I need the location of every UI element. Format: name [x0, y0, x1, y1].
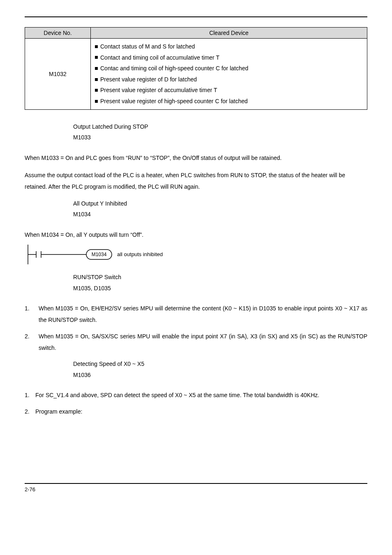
section-flag: M1035, D1035 [73, 283, 367, 294]
numbered-list: 1. When M1035 = On, EH/EH2/SV series MPU… [25, 303, 367, 354]
ladder-inhibited-label: all outputs inhibited [117, 251, 163, 257]
page-number: 2-76 [25, 486, 35, 493]
paragraph: When M1034 = On, all Y outputs will turn… [25, 229, 367, 240]
bullet-square-icon [95, 56, 98, 59]
page-footer: 2-76 [25, 483, 367, 493]
list-number: 1. [25, 303, 39, 326]
table-header-cleared: Cleared Device [91, 28, 367, 39]
top-horizontal-rule [25, 16, 367, 17]
section-title: All Output Y Inhibited [73, 198, 367, 209]
numbered-list: 1. For SC_V1.4 and above, SPD can detect… [25, 389, 367, 417]
table-line: Present value register of D for latched [100, 76, 197, 83]
table-line: Present value register of high-speed cou… [100, 98, 248, 104]
table-line: Contact status of M and S for latched [100, 43, 195, 50]
table-header-device: Device No. [25, 28, 91, 39]
section-flag: M1034 [73, 209, 367, 220]
list-text: Program example: [35, 406, 367, 417]
list-item: 1. For SC_V1.4 and above, SPD can detect… [25, 389, 367, 401]
section-output-latched-head: Output Latched During STOP M1033 [73, 121, 367, 143]
bullet-square-icon [95, 67, 98, 70]
table-line: Contact and timing coil of accumulative … [100, 54, 219, 61]
bullet-square-icon [95, 89, 98, 92]
bullet-square-icon [95, 78, 98, 81]
section-detecting-speed-head: Detecting Speed of X0 ~ X5 M1036 [73, 358, 367, 380]
paragraph: When M1033 = On and PLC goes from “RUN” … [25, 152, 367, 164]
section-flag: M1033 [73, 132, 367, 143]
section-all-output-inhibited-head: All Output Y Inhibited M1034 [73, 198, 367, 220]
ladder-coil-label: M1034 [92, 252, 107, 257]
list-item: 1. When M1035 = On, EH/EH2/SV series MPU… [25, 303, 367, 326]
section-title: Output Latched During STOP [73, 121, 367, 132]
table-line: Contac and timing coil of high-speed cou… [100, 65, 248, 72]
section-flag: M1036 [73, 370, 367, 381]
bullet-square-icon [95, 45, 98, 48]
list-number: 1. [25, 389, 35, 401]
section-title: RUN/STOP Switch [73, 272, 367, 283]
list-number: 2. [25, 331, 39, 354]
device-table: Device No. Cleared Device M1032 Contact … [25, 27, 367, 110]
list-item: 2. When M1035 = On, SA/SX/SC series MPU … [25, 331, 367, 354]
table-line: Present value register of accumulative t… [100, 87, 217, 93]
list-text: When M1035 = On, EH/EH2/SV series MPU wi… [39, 303, 367, 326]
list-text: For SC_V1.4 and above, SPD can detect th… [35, 389, 367, 401]
list-text: When M1035 = On, SA/SX/SC series MPU wil… [39, 331, 367, 354]
section-title: Detecting Speed of X0 ~ X5 [73, 358, 367, 370]
paragraph: Assume the output contact load of the PL… [25, 169, 367, 192]
section-run-stop-head: RUN/STOP Switch M1035, D1035 [73, 272, 367, 294]
list-item: 2. Program example: [25, 406, 367, 417]
table-device-cell: M1032 [25, 39, 91, 110]
bullet-square-icon [95, 100, 98, 103]
table-cleared-cell: Contact status of M and S for latched Co… [91, 39, 367, 110]
ladder-diagram: M1034 all outputs inhibited [25, 243, 367, 268]
list-number: 2. [25, 406, 35, 417]
